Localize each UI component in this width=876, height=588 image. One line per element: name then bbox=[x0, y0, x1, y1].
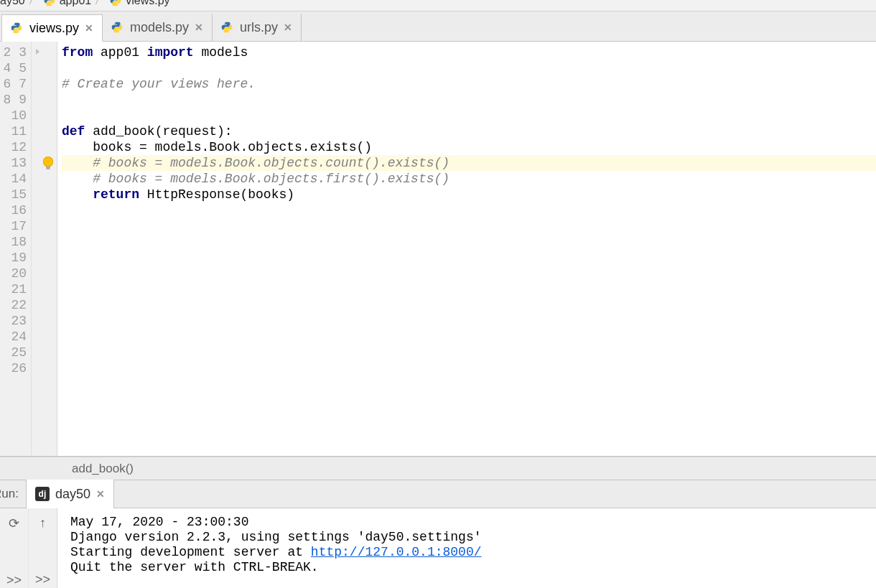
breadcrumb: ay50 〉 app01 〉 views.py bbox=[0, 0, 876, 11]
console-toolbar-left-2: ↑ >> bbox=[29, 508, 57, 588]
breadcrumb-item[interactable]: app01 bbox=[42, 0, 92, 8]
python-file-icon bbox=[110, 20, 124, 34]
svg-point-5 bbox=[18, 32, 19, 32]
tab-label: models.py bbox=[130, 20, 189, 35]
code-area[interactable]: from app01 import models # Create your v… bbox=[57, 42, 876, 456]
expand-icon[interactable]: >> bbox=[35, 572, 50, 587]
svg-point-4 bbox=[14, 24, 15, 24]
svg-point-1 bbox=[51, 4, 52, 4]
editor: 2 3 4 5 6 7 8 9 10 11 12 13 14 15 16 17 … bbox=[0, 42, 876, 457]
console-toolbar-left: ⟳ >> bbox=[0, 508, 29, 588]
svg-point-7 bbox=[118, 31, 119, 32]
python-file-icon bbox=[9, 21, 24, 35]
close-icon[interactable]: ✕ bbox=[284, 22, 292, 33]
svg-point-6 bbox=[115, 23, 116, 24]
editor-tabs: views.py✕models.py✕urls.py✕ bbox=[0, 11, 876, 42]
breadcrumb-item[interactable]: views.py bbox=[108, 0, 169, 8]
editor-tab[interactable]: models.py✕ bbox=[103, 14, 213, 41]
line-number-gutter: 2 3 4 5 6 7 8 9 10 11 12 13 14 15 16 17 … bbox=[0, 42, 32, 456]
python-file-icon bbox=[108, 0, 123, 8]
run-console: ⟳ >> ↑ >> May 17, 2020 - 23:00:30Django … bbox=[0, 508, 876, 588]
expand-icon[interactable]: >> bbox=[6, 573, 22, 588]
breadcrumb-item[interactable]: ay50 bbox=[0, 0, 25, 7]
server-url-link[interactable]: http://127.0.0.1:8000/ bbox=[311, 545, 482, 559]
run-toolwindow-header: Run: dj day50 ✕ bbox=[0, 480, 876, 508]
close-icon[interactable]: ✕ bbox=[85, 22, 93, 34]
fold-gutter bbox=[32, 42, 57, 456]
python-folder-icon bbox=[42, 0, 57, 8]
django-icon: dj bbox=[35, 487, 50, 501]
tab-label: urls.py bbox=[240, 20, 278, 35]
run-label: Run: bbox=[0, 487, 26, 501]
svg-point-8 bbox=[225, 23, 225, 24]
function-breadcrumb[interactable]: add_book() bbox=[0, 457, 876, 480]
intention-bulb-icon[interactable] bbox=[43, 157, 53, 167]
run-config-tab[interactable]: dj day50 ✕ bbox=[26, 480, 114, 508]
editor-tab[interactable]: urls.py✕ bbox=[213, 14, 302, 41]
rerun-icon[interactable]: ⟳ bbox=[9, 515, 19, 531]
svg-point-3 bbox=[117, 4, 118, 4]
up-arrow-icon[interactable]: ↑ bbox=[39, 515, 46, 531]
chevron-right-icon: 〉 bbox=[94, 0, 106, 8]
tab-label: views.py bbox=[29, 21, 79, 36]
chevron-right-icon: 〉 bbox=[28, 0, 39, 8]
python-file-icon bbox=[220, 20, 234, 34]
svg-point-9 bbox=[228, 31, 229, 32]
editor-tab[interactable]: views.py✕ bbox=[1, 14, 103, 42]
console-output[interactable]: May 17, 2020 - 23:00:30Django version 2.… bbox=[57, 508, 876, 588]
fold-toggle-icon[interactable] bbox=[36, 49, 39, 55]
close-icon[interactable]: ✕ bbox=[195, 22, 203, 33]
close-icon[interactable]: ✕ bbox=[96, 488, 105, 500]
